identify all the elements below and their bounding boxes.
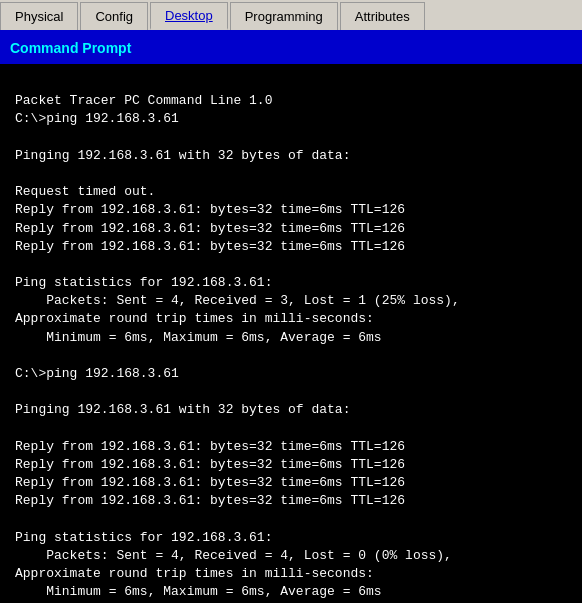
tab-physical[interactable]: Physical bbox=[0, 2, 78, 30]
tab-desktop[interactable]: Desktop bbox=[150, 2, 228, 30]
title-bar-label: Command Prompt bbox=[10, 40, 131, 56]
tab-config[interactable]: Config bbox=[80, 2, 148, 30]
tab-programming[interactable]: Programming bbox=[230, 2, 338, 30]
tab-bar: Physical Config Desktop Programming Attr… bbox=[0, 0, 582, 32]
terminal[interactable]: Packet Tracer PC Command Line 1.0 C:\>pi… bbox=[0, 64, 582, 603]
title-bar: Command Prompt bbox=[0, 32, 582, 64]
tab-attributes[interactable]: Attributes bbox=[340, 2, 425, 30]
